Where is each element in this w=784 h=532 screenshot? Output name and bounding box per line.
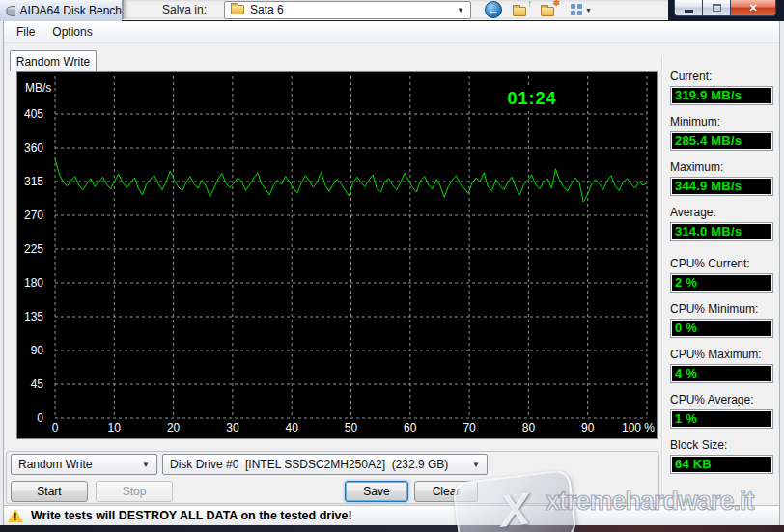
chevron-down-icon: ▼: [472, 461, 480, 469]
svg-text:20: 20: [167, 421, 181, 434]
chart-panel: 0102030405060708090100 %0459013518022527…: [16, 71, 658, 439]
chevron-down-icon: ▼: [585, 7, 592, 14]
save-button[interactable]: Save: [345, 481, 408, 502]
stat-maximum-value: 344.9 MB/s: [672, 179, 771, 194]
top-strip: AIDA64 Disk Bench Salva in: Sata 6 ▼ ← ↑…: [0, 0, 784, 21]
stat-cpu-current-value: 2 %: [672, 275, 771, 291]
save-dialog-fragment: Salva in: Sata 6 ▼ ← ↑ ✱ ▼: [122, 0, 668, 20]
svg-text:01:24: 01:24: [507, 89, 556, 108]
warning-icon: !: [8, 509, 23, 522]
save-in-label: Salva in:: [162, 3, 207, 16]
svg-text:225: 225: [24, 242, 43, 256]
app-titlebar: AIDA64 Disk Bench: [0, 0, 122, 21]
svg-text:180: 180: [24, 276, 43, 290]
window-left-border: [0, 21, 4, 525]
chevron-down-icon: ▼: [457, 6, 464, 14]
menu-options[interactable]: Options: [43, 22, 100, 42]
drive-select[interactable]: Disk Drive #0 [INTEL SSDSC2MH250A2] (232…: [162, 454, 488, 475]
stat-block-size: Block Size: 64 KB: [670, 438, 773, 474]
status-warning-text: Write tests will DESTROY ALL DATA on the…: [31, 509, 352, 522]
screen-bottom-edge: [0, 525, 784, 532]
vertical-separator: [661, 56, 663, 500]
svg-text:90: 90: [581, 421, 595, 434]
close-button[interactable]: ✕: [730, 0, 776, 16]
stat-cpu-maximum-value: 4 %: [672, 366, 771, 381]
svg-text:100 %: 100 %: [622, 421, 655, 434]
svg-text:10: 10: [108, 421, 122, 434]
test-type-select[interactable]: Random Write ▼: [11, 454, 157, 475]
window-title: AIDA64 Disk Bench: [20, 4, 122, 17]
svg-text:405: 405: [24, 107, 43, 121]
svg-text:80: 80: [522, 421, 536, 434]
start-button[interactable]: Start: [11, 481, 88, 502]
stat-cpu-minimum: CPU% Minimum: 0 %: [670, 302, 773, 338]
stats-panel: Current: 319.9 MB/s Minimum: 285.4 MB/s …: [670, 70, 773, 484]
svg-text:0: 0: [52, 421, 59, 434]
stop-button[interactable]: Stop: [96, 481, 173, 502]
svg-text:50: 50: [345, 421, 358, 434]
svg-text:40: 40: [286, 421, 299, 434]
stat-block-size-value: 64 KB: [672, 457, 771, 472]
back-icon[interactable]: ←: [485, 1, 502, 18]
stat-minimum: Minimum: 285.4 MB/s: [670, 115, 773, 151]
disk-icon: [6, 5, 15, 17]
svg-text:0: 0: [37, 411, 43, 425]
chevron-down-icon: ▼: [142, 461, 150, 469]
stat-cpu-maximum: CPU% Maximum: 4 %: [670, 348, 773, 383]
stat-current-value: 319.9 MB/s: [672, 88, 771, 103]
window-right-border: [779, 21, 784, 525]
stat-cpu-minimum-value: 0 %: [672, 321, 771, 336]
window-controls: ✕: [674, 0, 776, 16]
minimize-button[interactable]: [674, 0, 703, 16]
controls-group: Random Write ▼ Disk Drive #0 [INTEL SSDS…: [6, 451, 659, 504]
screen: { "colors": { "value_green": "#00e400", …: [0, 0, 784, 532]
svg-text:30: 30: [226, 421, 239, 434]
stat-minimum-value: 285.4 MB/s: [672, 133, 771, 149]
svg-text:45: 45: [31, 378, 44, 391]
svg-text:60: 60: [404, 421, 417, 434]
svg-text:360: 360: [24, 141, 43, 154]
menu-file[interactable]: File: [8, 22, 43, 42]
stat-average: Average: 314.0 MB/s: [670, 206, 773, 241]
views-menu-icon[interactable]: ▼: [570, 3, 592, 16]
stat-maximum: Maximum: 344.9 MB/s: [670, 160, 773, 196]
svg-text:MB/s: MB/s: [25, 81, 51, 95]
svg-text:270: 270: [24, 209, 43, 222]
tab-random-write[interactable]: Random Write: [10, 50, 97, 71]
stat-cpu-average: CPU% Average: 1 %: [670, 393, 773, 429]
clear-button[interactable]: Clear: [414, 481, 478, 502]
new-folder-icon[interactable]: ✱: [541, 3, 558, 16]
stat-cpu-average-value: 1 %: [672, 411, 771, 427]
stat-average-value: 314.0 MB/s: [672, 224, 771, 239]
svg-text:135: 135: [24, 310, 43, 323]
save-location-value: Sata 6: [250, 3, 284, 16]
svg-text:315: 315: [24, 175, 43, 188]
folder-icon: [231, 5, 244, 14]
benchmark-chart: 0102030405060708090100 %0459013518022527…: [17, 72, 657, 438]
svg-text:90: 90: [31, 344, 44, 357]
up-one-level-icon[interactable]: ↑: [513, 3, 530, 16]
maximize-button[interactable]: [703, 0, 730, 16]
save-location-select[interactable]: Sata 6 ▼: [224, 1, 471, 19]
stat-current: Current: 319.9 MB/s: [670, 70, 773, 105]
svg-text:70: 70: [462, 421, 476, 434]
statusbar: ! Write tests will DESTROY ALL DATA on t…: [0, 505, 784, 525]
menubar: File Options: [0, 21, 784, 43]
stat-cpu-current: CPU% Current: 2 %: [670, 257, 773, 293]
